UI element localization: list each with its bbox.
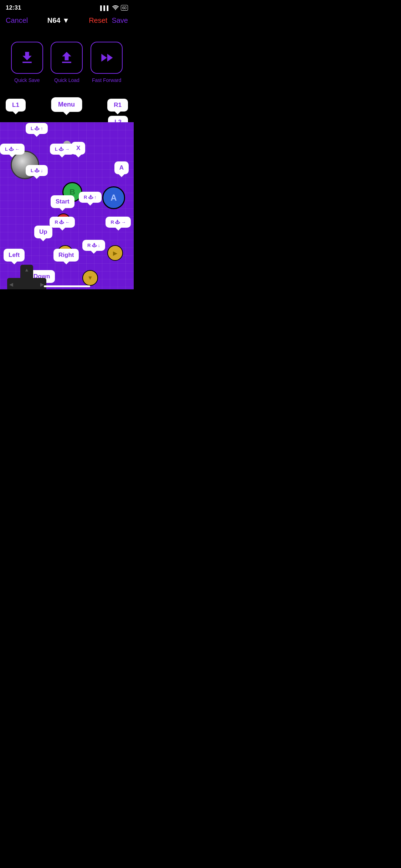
reset-button[interactable]: Reset <box>89 16 107 25</box>
controller-section: MENU L 🕹 ↑ L 🕹 ← L 🕹 → L 🕹 ↓ X A B A Sta… <box>0 122 134 289</box>
l1-button[interactable]: L1 <box>6 99 26 112</box>
menu-button[interactable]: Menu <box>51 97 82 112</box>
quick-load-button[interactable]: Quick Load <box>51 42 83 83</box>
r-left-tooltip[interactable]: R 🕹 ← <box>50 217 75 228</box>
l-right-tooltip[interactable]: L 🕹 → <box>50 144 74 155</box>
signal-icon: ▌▌▌ <box>100 5 110 11</box>
right-tooltip[interactable]: Right <box>53 249 79 262</box>
dpad-horizontal: ◀ ▶ <box>7 278 46 289</box>
quick-save-label: Quick Save <box>14 77 40 83</box>
dpad-left-arrow: ◀ <box>9 281 13 287</box>
fast-forward-button[interactable]: Fast Forward <box>91 42 123 83</box>
download-icon <box>19 50 35 66</box>
c-right-button[interactable]: ▶ <box>107 245 123 261</box>
home-indicator <box>44 285 90 287</box>
quick-load-icon-box <box>51 42 83 74</box>
x-tooltip[interactable]: X <box>71 142 85 155</box>
dpad[interactable]: ▲ ▼ ◀ ▶ <box>7 265 46 289</box>
battery-icon: 60 <box>121 5 128 11</box>
status-icons: ▌▌▌ 60 <box>100 5 128 11</box>
fast-forward-icon <box>99 50 114 66</box>
a-button[interactable]: A <box>102 186 125 209</box>
quick-save-button[interactable]: Quick Save <box>11 42 43 83</box>
r-right-tooltip[interactable]: R 🕹 → <box>106 217 131 228</box>
nav-bar: Cancel N64 ▼ Reset Save <box>0 14 134 27</box>
cancel-button[interactable]: Cancel <box>6 16 28 25</box>
up-tooltip[interactable]: Up <box>34 226 52 238</box>
left-tooltip[interactable]: Left <box>4 249 25 262</box>
status-bar: 12:31 ▌▌▌ 60 <box>0 0 134 14</box>
l-down-tooltip[interactable]: L 🕹 ↓ <box>26 165 48 176</box>
nav-title[interactable]: N64 ▼ <box>47 16 70 25</box>
quick-load-label: Quick Load <box>54 77 79 83</box>
r-down-tooltip[interactable]: R 🕹 ↓ <box>82 240 105 251</box>
save-button[interactable]: Save <box>112 16 128 25</box>
l-up-tooltip[interactable]: L 🕹 ↑ <box>26 123 48 134</box>
start-tooltip[interactable]: Start <box>51 195 74 208</box>
dpad-up-arrow: ▲ <box>24 267 29 273</box>
l-left-tooltip[interactable]: L 🕹 ← <box>0 144 25 155</box>
quick-save-icon-box <box>11 42 43 74</box>
upload-icon <box>59 50 74 66</box>
status-time: 12:31 <box>6 4 21 11</box>
a-tooltip[interactable]: A <box>114 161 129 174</box>
r1-button[interactable]: R1 <box>107 99 128 112</box>
c-down-button[interactable]: ▼ <box>82 270 98 286</box>
nav-actions: Reset Save <box>89 16 128 25</box>
r-up-tooltip[interactable]: R 🕹 ↑ <box>79 192 102 203</box>
fast-forward-icon-box <box>91 42 123 74</box>
wifi-icon <box>112 5 119 11</box>
fast-forward-label: Fast Forward <box>92 77 121 83</box>
top-section: Quick Save Quick Load Fast Forward <box>0 27 134 97</box>
shoulder-area: L1 Menu R1 L2 <box>0 97 134 122</box>
